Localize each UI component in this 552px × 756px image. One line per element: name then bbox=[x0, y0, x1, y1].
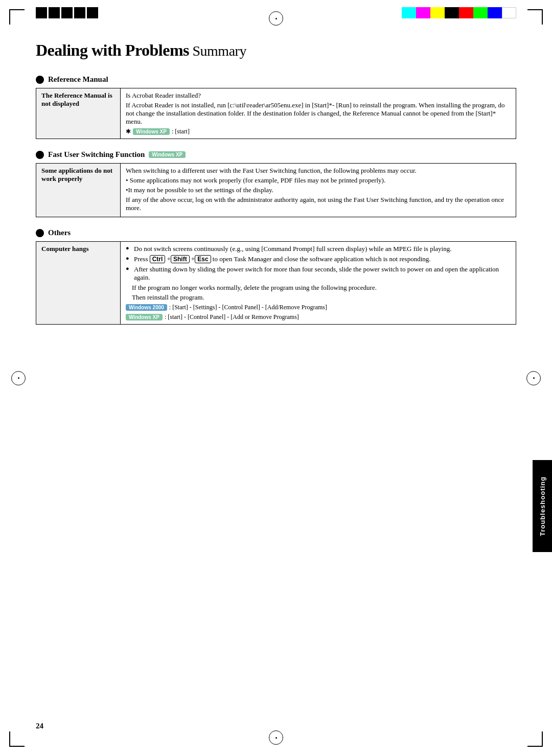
reg-mark-left bbox=[11, 371, 26, 385]
black-sq-3 bbox=[61, 7, 73, 18]
swatch-cyan bbox=[402, 7, 416, 18]
problem-cell-fast-user: Some applications do not work properly bbox=[36, 164, 121, 217]
black-sq-5 bbox=[87, 7, 98, 18]
winxp-note-others: Windows XP : [start] - [Control Panel] -… bbox=[126, 313, 511, 321]
section-heading-fast-user: Fast User Switching Function bbox=[48, 150, 145, 159]
corner-mark-tl bbox=[9, 9, 25, 25]
others-solution-list: Do not switch screens continuously (e.g.… bbox=[126, 245, 511, 282]
corner-mark-bl bbox=[9, 731, 25, 747]
reg-mark-top bbox=[269, 11, 283, 26]
black-squares-top bbox=[36, 7, 98, 18]
problem-cell-others: Computer hangs bbox=[36, 242, 121, 325]
bullet-circle-3 bbox=[36, 229, 44, 237]
section-others: Others bbox=[36, 228, 516, 237]
fast-user-table: Some applications do not work properly W… bbox=[36, 163, 516, 217]
section-heading-others: Others bbox=[48, 228, 71, 237]
page-title: Dealing with Problems Summary bbox=[36, 41, 516, 60]
win2000-badge: Windows 2000 bbox=[126, 304, 167, 311]
winxp-asterisk: ✱ bbox=[126, 128, 131, 135]
section-heading-reference: Reference Manual bbox=[48, 75, 108, 84]
winxp-badge-reference: Windows XP bbox=[133, 128, 170, 135]
corner-mark-br bbox=[527, 731, 543, 747]
winxp-note-reference: ✱ Windows XP : [start] bbox=[126, 128, 511, 135]
shift-key: Shift bbox=[171, 255, 190, 263]
sidebar-tab-label: Troubleshooting bbox=[539, 476, 546, 536]
section-fast-user: Fast User Switching Function Windows XP bbox=[36, 150, 516, 159]
solution-cell-others: Do not switch screens continuously (e.g.… bbox=[121, 242, 516, 325]
list-item: After shutting down by sliding the power… bbox=[126, 265, 511, 282]
solution-cell-reference: Is Acrobat Reader installed? If Acrobat … bbox=[121, 88, 516, 139]
swatch-magenta bbox=[416, 7, 430, 18]
black-sq-2 bbox=[49, 7, 60, 18]
color-bar-top bbox=[402, 7, 516, 18]
winxp-badge-others: Windows XP bbox=[126, 314, 163, 320]
black-sq-4 bbox=[74, 7, 85, 18]
list-item: Do not switch screens continuously (e.g.… bbox=[126, 245, 511, 253]
page-container: Dealing with Problems Summary Reference … bbox=[0, 0, 552, 756]
swatch-black bbox=[445, 7, 459, 18]
winxp-badge-fast-user: Windows XP bbox=[149, 151, 186, 158]
corner-mark-tr bbox=[527, 9, 543, 25]
others-table: Computer hangs Do not switch screens con… bbox=[36, 241, 516, 325]
bullet-circle-1 bbox=[36, 76, 44, 84]
page-number: 24 bbox=[36, 722, 43, 730]
table-row: The Reference Manual is not displayed Is… bbox=[36, 88, 516, 139]
problem-cell-reference: The Reference Manual is not displayed bbox=[36, 88, 121, 139]
swatch-white bbox=[502, 7, 516, 18]
esc-key: Esc bbox=[195, 255, 211, 263]
ctrl-key: Ctrl bbox=[150, 255, 166, 263]
swatch-green bbox=[473, 7, 488, 18]
reference-manual-table: The Reference Manual is not displayed Is… bbox=[36, 88, 516, 139]
black-sq-1 bbox=[36, 7, 47, 18]
sidebar-tab: Troubleshooting bbox=[533, 460, 552, 552]
solution-cell-fast-user: When switching to a different user with … bbox=[121, 164, 516, 217]
reg-mark-bottom bbox=[269, 730, 283, 745]
table-row: Computer hangs Do not switch screens con… bbox=[36, 242, 516, 325]
swatch-blue bbox=[488, 7, 502, 18]
reg-mark-right bbox=[526, 371, 541, 385]
swatch-red bbox=[459, 7, 473, 18]
list-item: Press Ctrl +Shift +Esc to open Task Mana… bbox=[126, 255, 511, 263]
bullet-circle-2 bbox=[36, 151, 44, 159]
swatch-yellow bbox=[430, 7, 445, 18]
win2000-note: Windows 2000 : [Start] - [Settings] - [C… bbox=[126, 304, 511, 311]
section-reference-manual: Reference Manual bbox=[36, 75, 516, 84]
table-row: Some applications do not work properly W… bbox=[36, 164, 516, 217]
